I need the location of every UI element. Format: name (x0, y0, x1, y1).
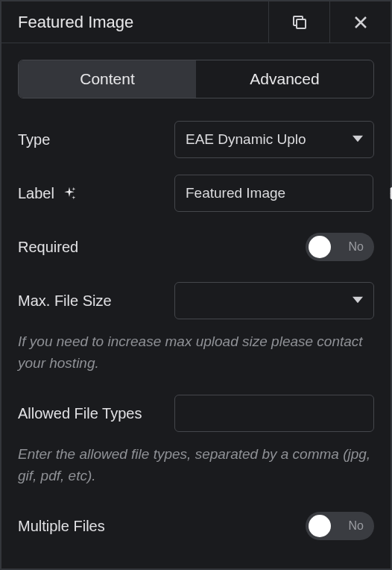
row-multiple-files: Multiple Files No (18, 507, 374, 545)
allowed-types-help: Enter the allowed file types, separated … (18, 444, 374, 486)
copy-icon (291, 13, 309, 31)
panel-title: Featured Image (1, 1, 268, 43)
max-file-size-select[interactable] (174, 282, 374, 319)
row-type: Type EAE Dynamic Uplo (18, 121, 374, 158)
label-text: Label (18, 185, 54, 202)
toggle-knob (309, 236, 331, 258)
dynamic-tags-button[interactable] (381, 175, 392, 212)
svg-rect-0 (297, 19, 306, 28)
close-icon (352, 13, 370, 31)
label-label: Label (18, 185, 174, 202)
type-select[interactable]: EAE Dynamic Uplo (174, 121, 374, 158)
allowed-types-input[interactable] (174, 395, 374, 432)
panel-body: Content Advanced Type EAE Dynamic Uplo L… (1, 43, 391, 569)
type-label: Type (18, 131, 174, 148)
required-toggle[interactable]: No (306, 233, 374, 261)
required-toggle-text: No (349, 240, 364, 254)
duplicate-button[interactable] (268, 1, 329, 43)
multiple-files-toggle[interactable]: No (306, 512, 374, 540)
chevron-down-icon (353, 292, 363, 309)
chevron-down-icon (353, 131, 363, 148)
toggle-knob (309, 515, 331, 537)
label-input[interactable] (174, 175, 373, 212)
allowed-types-label: Allowed File Types (18, 405, 174, 422)
tab-content[interactable]: Content (19, 60, 196, 98)
tab-advanced[interactable]: Advanced (196, 60, 373, 98)
panel-header: Featured Image (1, 1, 391, 43)
type-select-value: EAE Dynamic Uplo (186, 131, 347, 148)
ai-icon[interactable] (62, 186, 77, 201)
max-file-size-help: If you need to increase max upload size … (18, 331, 374, 374)
tabs: Content Advanced (18, 60, 374, 98)
row-required: Required No (18, 228, 374, 266)
database-icon (388, 185, 392, 201)
multiple-files-label: Multiple Files (18, 518, 174, 535)
required-label: Required (18, 239, 174, 256)
close-button[interactable] (329, 1, 391, 43)
settings-panel: Featured Image Content Advanced Type EAE… (0, 0, 392, 570)
row-label: Label (18, 175, 374, 212)
max-file-size-label: Max. File Size (18, 292, 174, 310)
row-max-file-size: Max. File Size (18, 282, 374, 319)
row-allowed-types: Allowed File Types (18, 395, 374, 432)
multiple-files-toggle-text: No (349, 519, 364, 533)
